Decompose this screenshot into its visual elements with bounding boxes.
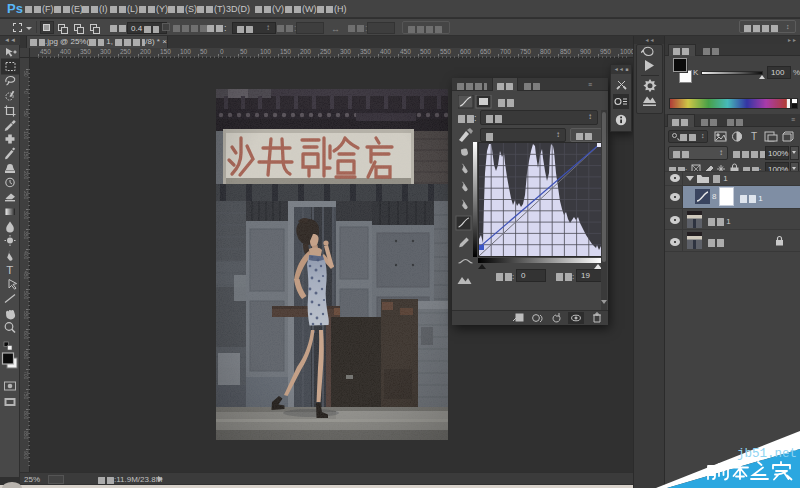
svg-text:T: T: [6, 264, 13, 276]
svg-text:T: T: [751, 131, 757, 142]
svg-text:jb51.net: jb51.net: [737, 447, 797, 461]
